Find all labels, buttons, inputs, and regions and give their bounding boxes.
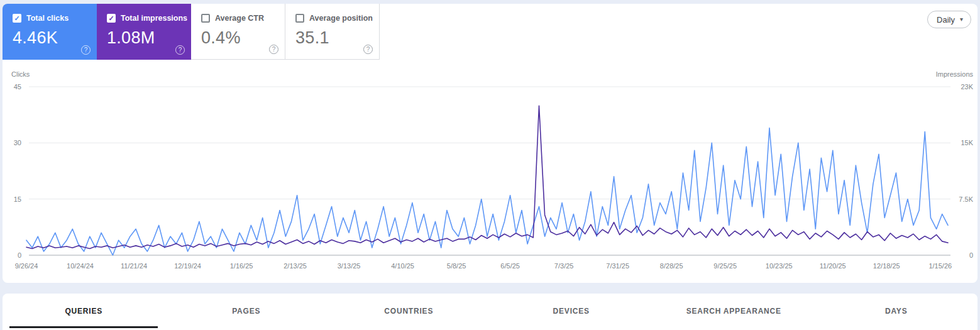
- tab-queries[interactable]: QUERIES: [3, 294, 165, 328]
- svg-text:15: 15: [14, 195, 21, 203]
- help-icon[interactable]: ?: [175, 45, 185, 55]
- svg-text:11/21/24: 11/21/24: [121, 262, 147, 270]
- metric-cards-row: ✓ Total clicks 4.46K ? ✓ Total impressio…: [3, 4, 380, 60]
- svg-text:11/20/25: 11/20/25: [820, 262, 846, 270]
- svg-text:8/28/25: 8/28/25: [660, 262, 683, 270]
- tabs-row: QUERIES PAGES COUNTRIES DEVICES SEARCH A…: [3, 294, 977, 328]
- svg-text:Clicks: Clicks: [11, 70, 30, 78]
- tab-label: DAYS: [885, 307, 907, 316]
- tab-label: PAGES: [232, 307, 260, 316]
- svg-text:4/10/25: 4/10/25: [391, 262, 414, 270]
- metric-card-average-position[interactable]: Average position 35.1 ?: [285, 4, 380, 60]
- svg-text:23K: 23K: [961, 83, 973, 91]
- svg-text:0: 0: [18, 251, 21, 259]
- tab-label: DEVICES: [553, 307, 590, 316]
- tab-label: QUERIES: [65, 307, 102, 316]
- metric-label: Average position: [309, 14, 373, 23]
- svg-text:Impressions: Impressions: [936, 70, 974, 78]
- metric-card-average-ctr[interactable]: Average CTR 0.4% ?: [191, 4, 285, 60]
- tab-search-appearance[interactable]: SEARCH APPEARANCE: [652, 294, 815, 328]
- svg-text:5/8/25: 5/8/25: [447, 262, 466, 270]
- metric-card-total-clicks[interactable]: ✓ Total clicks 4.46K ?: [3, 4, 97, 60]
- svg-text:7/31/25: 7/31/25: [606, 262, 629, 270]
- svg-text:2/13/25: 2/13/25: [284, 262, 307, 270]
- checkbox-average-position[interactable]: [295, 14, 304, 23]
- svg-text:7.5K: 7.5K: [959, 195, 973, 203]
- help-icon[interactable]: ?: [81, 45, 91, 55]
- svg-text:1/16/25: 1/16/25: [230, 262, 253, 270]
- svg-text:15K: 15K: [961, 139, 973, 146]
- chevron-down-icon: ▾: [960, 16, 963, 23]
- tab-label: COUNTRIES: [384, 307, 433, 316]
- svg-text:10/23/25: 10/23/25: [766, 262, 793, 270]
- help-icon[interactable]: ?: [269, 45, 278, 54]
- tab-label: SEARCH APPEARANCE: [686, 307, 781, 316]
- svg-text:7/3/25: 7/3/25: [554, 262, 574, 270]
- svg-text:10/24/24: 10/24/24: [67, 262, 94, 270]
- svg-text:12/18/25: 12/18/25: [873, 262, 900, 270]
- metric-card-total-impressions[interactable]: ✓ Total impressions 1.08M ?: [97, 4, 191, 60]
- granularity-label: Daily: [937, 15, 955, 25]
- svg-text:30: 30: [14, 139, 21, 146]
- dimension-tabs-card: QUERIES PAGES COUNTRIES DEVICES SEARCH A…: [3, 294, 977, 330]
- tab-devices[interactable]: DEVICES: [490, 294, 653, 328]
- svg-text:45: 45: [14, 83, 21, 91]
- tab-pages[interactable]: PAGES: [165, 294, 328, 328]
- active-tab-underline: [9, 326, 158, 328]
- svg-text:6/5/25: 6/5/25: [500, 262, 520, 270]
- svg-text:9/26/24: 9/26/24: [15, 262, 38, 270]
- tab-countries[interactable]: COUNTRIES: [328, 294, 490, 328]
- help-icon[interactable]: ?: [363, 45, 373, 54]
- svg-text:3/13/25: 3/13/25: [338, 262, 361, 270]
- checkbox-total-impressions[interactable]: ✓: [107, 14, 116, 23]
- svg-text:0: 0: [969, 251, 973, 259]
- tab-days[interactable]: DAYS: [815, 294, 978, 328]
- metric-label: Total impressions: [121, 14, 187, 23]
- granularity-dropdown[interactable]: Daily ▾: [927, 11, 971, 28]
- checkbox-average-ctr[interactable]: [201, 14, 210, 23]
- svg-text:1/15/26: 1/15/26: [928, 262, 952, 270]
- svg-text:9/25/25: 9/25/25: [713, 262, 737, 270]
- svg-text:12/19/24: 12/19/24: [174, 262, 201, 270]
- checkbox-total-clicks[interactable]: ✓: [13, 14, 21, 23]
- metric-label: Average CTR: [215, 14, 264, 23]
- performance-chart-card: ✓ Total clicks 4.46K ? ✓ Total impressio…: [3, 4, 977, 283]
- metric-label: Total clicks: [26, 14, 69, 23]
